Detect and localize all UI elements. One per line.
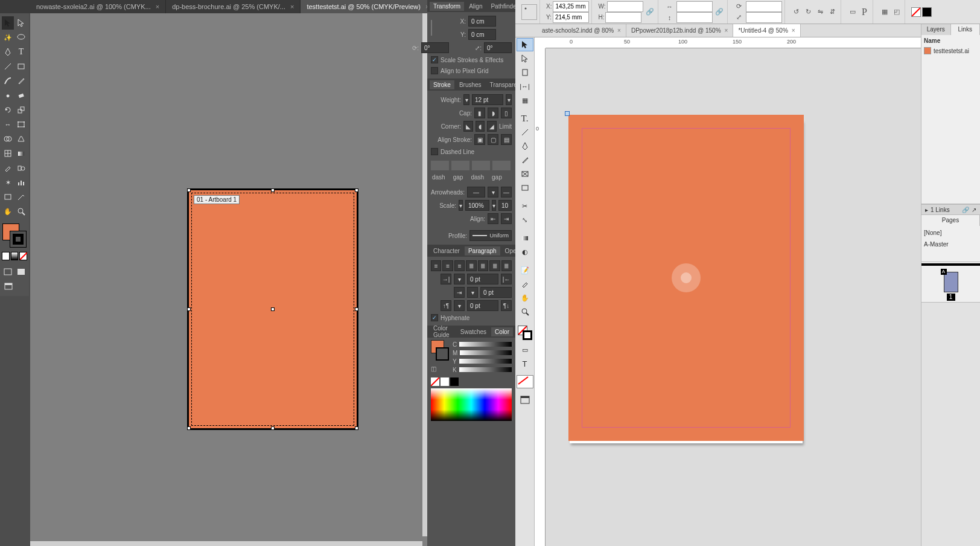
arrow-scale-a-field[interactable] [465,200,489,211]
screen-mode-full-icon[interactable] [15,265,27,278]
rotate-cw-icon[interactable]: ↻ [803,7,814,18]
ai-canvas[interactable]: 01 - Artboard 1 [30,13,427,546]
perspective-tool-icon[interactable] [15,132,27,146]
align-outside-icon[interactable]: ▤ [501,134,512,145]
stepper-icon[interactable]: ▾ [454,300,465,311]
selection-tool-icon[interactable] [2,16,14,30]
link-item[interactable]: testtestetst.ai [924,45,978,56]
selection-handle-icon[interactable] [271,188,275,192]
align-center-icon[interactable]: ▣ [474,134,485,145]
align-center-icon[interactable]: ≡ [442,260,453,271]
first-line-field[interactable] [480,287,512,298]
cap-round-icon[interactable]: ◗ [488,108,498,118]
align-pixel-checkbox[interactable]: Align to Pixel Grid [431,65,512,76]
scale-tool-icon[interactable] [15,103,27,117]
align-left-icon[interactable]: ≡ [431,260,441,271]
content-grabber-icon[interactable] [672,263,701,292]
eyedropper-tool-icon[interactable] [2,161,14,175]
tab-links[interactable]: Links [951,24,981,35]
symbol-sprayer-tool-icon[interactable]: ✶ [2,176,14,189]
stepper-icon[interactable]: ▾ [492,200,496,211]
indent-left-field[interactable] [467,274,498,284]
selection-handle-icon[interactable] [187,188,191,192]
disclosure-icon[interactable]: ▸ [925,207,928,213]
zoom-tool-icon[interactable] [517,305,533,318]
width-tool-icon[interactable]: ↔ [2,118,14,131]
selection-handle-icon[interactable] [187,307,191,311]
ai-tab-2[interactable]: testtestetst.ai @ 50% (CMYK/Preview)× [301,0,436,13]
ai-tab-1[interactable]: dp-bess-brochure.ai @ 25% (CMYK/...× [166,0,301,13]
paragraph-style-icon[interactable]: P [859,7,870,18]
flip-h-icon[interactable]: ⇋ [815,7,826,18]
rectangle-frame-tool-icon[interactable] [517,167,533,181]
gap-tool-icon[interactable]: |↔| [517,80,533,93]
type-tool-icon[interactable]: T [15,45,27,59]
c-slider[interactable] [459,342,512,347]
close-icon[interactable]: × [156,3,159,10]
w-field[interactable] [607,1,643,12]
rotate-field[interactable] [746,1,782,12]
mesh-tool-icon[interactable] [2,147,14,160]
corner-miter-icon[interactable]: ◣ [463,121,473,132]
profile-dropdown[interactable]: Uniform [469,230,512,241]
tab-align[interactable]: Align [465,2,486,11]
justify-left-icon[interactable]: ≣ [466,260,476,271]
note-tool-icon[interactable]: 📝 [517,263,533,277]
black-swatch-icon[interactable] [450,377,459,386]
stroke-preview-icon[interactable] [436,347,449,361]
tab-pages[interactable]: Pages [921,215,980,226]
view-mode-icon[interactable] [517,393,533,406]
id-tab-2[interactable]: *Untitled-4 @ 50%× [733,24,800,37]
rotate-tool-icon[interactable] [2,103,14,117]
ruler-horizontal[interactable]: 0 50 100 150 200 [546,37,921,48]
line-tool-icon[interactable] [2,60,14,73]
pen-tool-icon[interactable] [517,140,533,153]
pen-tool-icon[interactable] [2,45,14,59]
fill-stroke-indicator[interactable] [1,222,28,249]
fill-swatch-icon[interactable] [911,7,921,17]
free-transform-tool-icon[interactable] [15,118,27,131]
transform-x-field[interactable] [468,16,496,27]
tab-character[interactable]: Character [430,246,463,255]
space-after-icon[interactable]: ¶↓ [501,300,512,311]
formatting-text-icon[interactable]: T [517,357,533,370]
page-tool-icon[interactable] [517,66,533,79]
eraser-tool-icon[interactable] [15,89,27,102]
link-scale-icon[interactable]: 🔗 [714,7,725,18]
blend-tool-icon[interactable] [15,161,27,175]
stroke-swatch-icon[interactable] [922,7,932,17]
shape-builder-tool-icon[interactable] [2,132,14,146]
tab-layers[interactable]: Layers [921,24,951,35]
pencil-tool-icon[interactable] [15,74,27,88]
id-canvas[interactable]: 0 50 100 150 200 0 [535,37,921,546]
rectangle-tool-icon[interactable] [15,60,27,73]
ai-tab-0[interactable]: nowaste-sxoleia2.ai @ 100% (CMYK...× [30,0,166,13]
selection-handle-icon[interactable] [355,307,358,311]
selection-handle-icon[interactable] [271,307,275,311]
ruler-vertical[interactable]: 0 [535,48,546,546]
line-tool-icon[interactable] [517,126,533,139]
dropdown-icon[interactable]: ▾ [506,94,512,105]
gradient-tool-icon[interactable] [15,147,27,160]
rectangle-tool-icon[interactable] [517,181,533,194]
cap-square-icon[interactable]: ▯ [501,108,512,118]
corner-round-icon[interactable]: ◖ [476,121,485,132]
color-mode-solid-icon[interactable] [2,252,10,260]
color-mode-gradient-icon[interactable] [11,252,19,260]
selection-handle-icon[interactable] [187,426,191,430]
hand-tool-icon[interactable]: ✋ [2,205,14,218]
close-icon[interactable]: × [792,27,795,34]
none-swatch-icon[interactable] [431,377,439,386]
cube-icon[interactable]: ◫ [431,365,449,372]
tab-transform[interactable]: Transform [430,2,464,11]
pencil-tool-icon[interactable] [517,153,533,167]
lasso-tool-icon[interactable] [15,31,27,44]
close-icon[interactable]: × [617,27,621,34]
brush-tool-icon[interactable] [2,74,14,88]
fill-stroke-indicator[interactable] [517,326,533,342]
y-field[interactable] [553,12,589,23]
stepper-icon[interactable]: ▾ [467,287,478,298]
k-slider[interactable] [459,367,512,372]
h-field[interactable] [605,12,641,23]
x-field[interactable] [553,1,589,12]
